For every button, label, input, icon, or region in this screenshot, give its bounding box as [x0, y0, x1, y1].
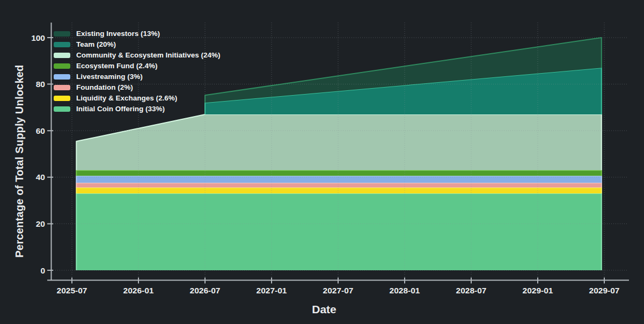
legend-label: Community & Ecosystem Initiatives (24%)	[76, 50, 221, 61]
y-tick-label: 40	[36, 172, 45, 182]
area-foundation	[76, 183, 602, 188]
y-tick-label: 20	[36, 219, 45, 228]
area-ecosystem-fund	[76, 170, 602, 176]
x-tick-label: 2028-01	[390, 286, 420, 295]
legend-item: Community & Ecosystem Initiatives (24%)	[54, 50, 221, 61]
x-axis-title: Date	[312, 303, 336, 316]
legend-swatch	[54, 63, 70, 69]
area-initial-coin-offering	[76, 193, 602, 270]
area-livestreaming	[76, 176, 602, 183]
x-tick-label: 2027-07	[323, 286, 354, 295]
x-tick-label: 2026-07	[190, 286, 221, 295]
x-tick-label: 2029-01	[523, 286, 553, 295]
legend: Existing Investors (13%)Team (20%)Commun…	[54, 28, 221, 114]
legend-label: Liquidity & Exchanges (2.6%)	[76, 93, 177, 104]
legend-item: Initial Coin Offering (33%)	[54, 104, 221, 114]
legend-swatch	[54, 74, 70, 80]
x-tick-label: 2026-01	[123, 286, 154, 295]
y-tick-label: 60	[36, 126, 45, 135]
legend-label: Existing Investors (13%)	[76, 28, 160, 39]
y-tick-label: 0	[40, 266, 45, 275]
legend-swatch	[54, 53, 70, 58]
legend-label: Livestreaming (3%)	[76, 71, 143, 82]
legend-swatch	[54, 42, 70, 47]
token-unlock-schedule-chart: 0204060801002025-072026-012026-072027-01…	[0, 0, 644, 324]
x-tick-label: 2027-01	[257, 286, 287, 295]
legend-item: Livestreaming (3%)	[54, 71, 221, 82]
x-tick-label: 2028-07	[456, 286, 487, 295]
legend-item: Ecosystem Fund (2.4%)	[54, 61, 221, 71]
legend-label: Initial Coin Offering (33%)	[76, 104, 165, 114]
legend-swatch	[54, 106, 70, 112]
area-liquidity-exchanges	[76, 188, 602, 193]
y-tick-label: 80	[36, 80, 45, 89]
legend-item: Foundation (2%)	[54, 82, 221, 93]
legend-label: Team (20%)	[76, 39, 116, 50]
area-community-ecosystem-initiatives	[76, 114, 602, 170]
y-tick-label: 100	[31, 33, 45, 42]
x-tick-label: 2025-07	[57, 286, 87, 295]
legend-label: Ecosystem Fund (2.4%)	[76, 61, 158, 71]
legend-item: Existing Investors (13%)	[54, 28, 221, 39]
legend-item: Team (20%)	[54, 39, 221, 50]
legend-swatch	[54, 96, 70, 101]
legend-item: Liquidity & Exchanges (2.6%)	[54, 93, 221, 104]
x-tick-label: 2029-07	[589, 286, 620, 295]
legend-swatch	[54, 31, 70, 37]
y-axis-title: Percentage of Total Supply Unlocked	[13, 65, 26, 258]
legend-swatch	[54, 85, 70, 90]
legend-label: Foundation (2%)	[76, 82, 133, 93]
